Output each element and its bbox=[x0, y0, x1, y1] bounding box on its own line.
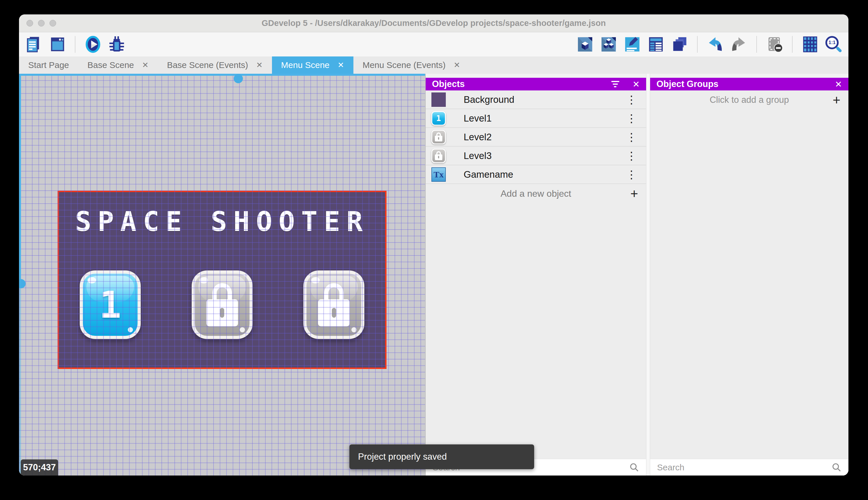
level2-button-instance[interactable] bbox=[192, 271, 253, 339]
toolbar-right: 1:1 bbox=[576, 35, 843, 53]
objects-list: Background ⋮ 1 Level1 ⋮ Level2 ⋮ bbox=[426, 90, 646, 459]
scene-instance-background[interactable]: SPACE SHOOTER 1 bbox=[58, 191, 387, 369]
search-icon bbox=[832, 463, 842, 472]
zoom-1to1-icon[interactable]: 1:1 bbox=[825, 35, 843, 53]
toolbar-divider bbox=[697, 36, 697, 53]
object-row-background[interactable]: Background ⋮ bbox=[426, 90, 646, 109]
toolbar-divider bbox=[792, 36, 793, 53]
main-toolbar: 1:1 bbox=[19, 32, 848, 56]
close-tab-icon[interactable]: ✕ bbox=[142, 60, 149, 70]
close-tab-icon[interactable]: ✕ bbox=[338, 60, 344, 70]
panel-divider bbox=[646, 74, 650, 476]
horizontal-scrollbar[interactable] bbox=[19, 74, 425, 76]
object-menu-icon[interactable]: ⋮ bbox=[622, 113, 641, 124]
level3-button-instance[interactable] bbox=[303, 271, 364, 339]
tab-base-scene-events[interactable]: Base Scene (Events) ✕ bbox=[158, 56, 272, 74]
search-icon bbox=[630, 463, 639, 472]
zoom-window-button[interactable] bbox=[49, 20, 56, 26]
window-title: GDevelop 5 - /Users/dkarakay/Documents/G… bbox=[262, 19, 606, 28]
properties-list-icon[interactable] bbox=[647, 35, 665, 53]
grid-icon[interactable] bbox=[801, 35, 819, 53]
groups-search-input[interactable] bbox=[657, 463, 832, 472]
editor-tabs: Start Page Base Scene ✕ Base Scene (Even… bbox=[19, 56, 848, 74]
groups-search-row bbox=[650, 459, 848, 476]
project-manager-icon[interactable] bbox=[25, 35, 43, 53]
text-object-icon: Tx bbox=[431, 167, 446, 182]
groups-list: Click to add a group + bbox=[650, 90, 848, 459]
hide-instances-mask-icon[interactable] bbox=[765, 35, 783, 53]
object-row-level1[interactable]: 1 Level1 ⋮ bbox=[426, 109, 646, 128]
undo-icon[interactable] bbox=[706, 35, 724, 53]
lock-icon bbox=[318, 283, 350, 326]
tab-menu-scene[interactable]: Menu Scene ✕ bbox=[272, 56, 353, 74]
tab-base-scene[interactable]: Base Scene ✕ bbox=[78, 56, 158, 74]
cursor-coordinates-badge: 570;437 bbox=[21, 459, 58, 476]
redo-icon[interactable] bbox=[730, 35, 748, 53]
zoom-ratio-label: 1:1 bbox=[829, 40, 836, 46]
scene-editor-icon[interactable] bbox=[48, 35, 66, 53]
objects-panel-header: Objects ✕ bbox=[426, 78, 646, 90]
plus-icon: + bbox=[630, 186, 638, 201]
tab-start-page[interactable]: Start Page bbox=[19, 56, 78, 74]
tab-menu-scene-events[interactable]: Menu Scene (Events) ✕ bbox=[353, 56, 469, 74]
level1-button-instance[interactable]: 1 bbox=[80, 271, 141, 339]
scene-game-title[interactable]: SPACE SHOOTER bbox=[59, 206, 385, 237]
object-menu-icon[interactable]: ⋮ bbox=[622, 132, 641, 143]
objects-panel: Objects ✕ Background ⋮ 1 Level1 ⋮ bbox=[426, 74, 646, 476]
object-menu-icon[interactable]: ⋮ bbox=[622, 150, 641, 161]
save-toast: Project properly saved bbox=[349, 444, 534, 469]
plus-icon: + bbox=[833, 92, 840, 108]
close-panel-icon[interactable]: ✕ bbox=[835, 79, 842, 89]
add-new-object-button[interactable]: Add a new object + bbox=[426, 184, 646, 203]
toolbar-divider bbox=[75, 36, 75, 53]
add-object-icon[interactable] bbox=[576, 35, 594, 53]
level1-object-icon: 1 bbox=[431, 111, 446, 126]
object-groups-title: Object Groups bbox=[656, 79, 718, 89]
lock-icon bbox=[206, 283, 238, 326]
layers-icon[interactable] bbox=[671, 35, 689, 53]
background-swatch-icon bbox=[431, 92, 446, 107]
object-row-level3[interactable]: Level3 ⋮ bbox=[426, 147, 646, 165]
scene-canvas[interactable]: SPACE SHOOTER 1 bbox=[19, 74, 425, 476]
object-row-level2[interactable]: Level2 ⋮ bbox=[426, 128, 646, 147]
play-icon[interactable] bbox=[84, 35, 102, 53]
object-menu-icon[interactable]: ⋮ bbox=[622, 94, 641, 105]
traffic-lights bbox=[26, 14, 56, 32]
object-menu-icon[interactable]: ⋮ bbox=[622, 169, 641, 180]
toast-message: Project properly saved bbox=[358, 452, 447, 462]
vertical-scrollbar-thumb[interactable] bbox=[19, 279, 26, 288]
object-groups-header: Object Groups ✕ bbox=[650, 78, 848, 90]
locked-object-icon bbox=[431, 149, 446, 163]
gdevelop-window: GDevelop 5 - /Users/dkarakay/Documents/G… bbox=[19, 14, 848, 476]
horizontal-scrollbar-thumb[interactable] bbox=[234, 74, 243, 83]
close-window-button[interactable] bbox=[26, 20, 33, 26]
close-panel-icon[interactable]: ✕ bbox=[633, 79, 640, 89]
level-buttons-row: 1 bbox=[59, 271, 385, 339]
minimize-window-button[interactable] bbox=[38, 20, 45, 26]
toolbar-left bbox=[25, 35, 126, 53]
filter-icon[interactable] bbox=[611, 81, 619, 87]
edit-scene-properties-icon[interactable] bbox=[623, 35, 641, 53]
object-row-gamename[interactable]: Tx Gamename ⋮ bbox=[426, 165, 646, 184]
close-tab-icon[interactable]: ✕ bbox=[256, 60, 263, 70]
toolbar-divider bbox=[756, 36, 757, 53]
locked-object-icon bbox=[431, 130, 446, 144]
add-group-button[interactable]: Click to add a group + bbox=[650, 90, 848, 109]
object-groups-panel: Object Groups ✕ Click to add a group + bbox=[650, 74, 848, 476]
objects-list-icon[interactable] bbox=[600, 35, 618, 53]
debug-icon[interactable] bbox=[108, 35, 126, 53]
title-bar: GDevelop 5 - /Users/dkarakay/Documents/G… bbox=[19, 14, 848, 32]
close-tab-icon[interactable]: ✕ bbox=[454, 60, 460, 70]
objects-panel-title: Objects bbox=[432, 79, 465, 89]
